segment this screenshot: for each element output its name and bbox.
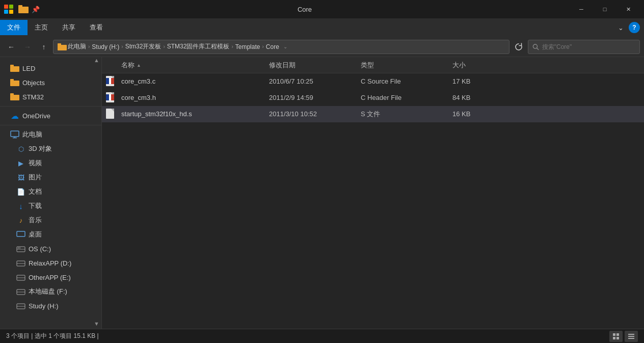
menu-right: ⌄ ? — [614, 21, 644, 34]
svg-rect-2 — [58, 45, 67, 50]
breadcrumb-sep-2: › — [162, 44, 166, 49]
sidebar-item-documents[interactable]: 📄 文档 — [0, 184, 101, 199]
back-button[interactable]: ← — [4, 40, 18, 54]
sidebar-item-otherapp[interactable]: OtherAPP (E:) — [0, 270, 101, 284]
breadcrumb-thispc[interactable]: 此电脑 — [68, 42, 86, 51]
menu-share[interactable]: 共享 — [55, 20, 83, 35]
window-controls: ─ □ ✕ — [570, 0, 640, 18]
svg-rect-12 — [11, 131, 19, 137]
breadcrumb-core[interactable]: Core — [266, 43, 279, 50]
music-icon: ♪ — [16, 216, 25, 225]
sidebar-item-downloads[interactable]: ↓ 下载 — [0, 199, 101, 213]
svg-rect-31 — [616, 337, 619, 339]
folder-icon-stm32 — [10, 92, 19, 101]
s-file-icon — [106, 109, 117, 120]
minimize-button[interactable]: ─ — [570, 0, 593, 18]
menu-home[interactable]: 主页 — [28, 20, 55, 35]
svg-rect-0 — [18, 7, 29, 13]
search-input[interactable] — [542, 43, 635, 50]
breadcrumb-template[interactable]: Template — [235, 43, 260, 50]
breadcrumb-sep-0: › — [87, 44, 91, 49]
details-view-button[interactable] — [625, 331, 638, 342]
sidebar-label-thispc: 此电脑 — [22, 130, 42, 139]
refresh-button[interactable] — [512, 40, 526, 54]
svg-rect-28 — [613, 333, 615, 336]
column-headers: 名称 ▲ 修改日期 类型 大小 — [102, 57, 644, 73]
file-name-core-cm3-c: core_cm3.c — [106, 76, 269, 87]
search-bar[interactable] — [528, 40, 640, 54]
maximize-button[interactable]: □ — [593, 0, 616, 18]
file-row-core-cm3-h[interactable]: core_cm3.h 2011/2/9 14:59 C Header File … — [102, 90, 644, 106]
sidebar-scroll-up[interactable]: ▲ — [94, 57, 99, 63]
sidebar-label-video: 视频 — [29, 159, 42, 168]
drive-icon-f — [16, 287, 25, 296]
svg-rect-32 — [628, 334, 634, 335]
sidebar-item-desktop[interactable]: 桌面 — [0, 227, 101, 242]
sidebar-item-pictures[interactable]: 🖼 图片 — [0, 170, 101, 184]
col-header-date[interactable]: 修改日期 — [269, 61, 361, 70]
address-bar: ← → ↑ 此电脑 › Study (H:) › Stm32开发板 › STM3… — [0, 37, 644, 57]
sidebar-item-music[interactable]: ♪ 音乐 — [0, 213, 101, 227]
up-button[interactable]: ↑ — [37, 40, 51, 54]
col-header-size[interactable]: 大小 — [452, 61, 503, 70]
sidebar-item-study[interactable]: Study (H:) — [0, 299, 101, 313]
sidebar-item-stm32[interactable]: STM32 — [0, 90, 101, 104]
svg-rect-8 — [10, 81, 19, 86]
drive-icon-h — [16, 301, 25, 310]
breadcrumb-study[interactable]: Study (H:) — [92, 43, 119, 50]
sidebar-item-onedrive[interactable]: ☁ OneDrive — [0, 109, 101, 123]
sidebar-label-relaxapp: RelaxAPP (D:) — [29, 259, 71, 267]
close-button[interactable]: ✕ — [616, 0, 640, 18]
sidebar-label-led: LED — [22, 65, 35, 72]
sidebar-label-osc: OS (C:) — [29, 245, 51, 253]
menu-file[interactable]: 文件 — [0, 20, 28, 35]
drive-icon-c — [16, 244, 25, 253]
col-header-name[interactable]: 名称 ▲ — [106, 61, 269, 70]
breadcrumb[interactable]: 此电脑 › Study (H:) › Stm32开发板 › STM32固件库工程… — [53, 40, 509, 54]
sidebar-item-objects[interactable]: Objects — [0, 75, 101, 90]
svg-rect-10 — [10, 95, 19, 100]
menu-view[interactable]: 查看 — [83, 20, 110, 35]
desktop-icon — [16, 230, 25, 239]
sidebar-item-thispc[interactable]: 此电脑 — [0, 127, 101, 142]
svg-rect-30 — [613, 337, 615, 339]
menu-help-button[interactable]: ? — [629, 22, 640, 33]
breadcrumb-firmware[interactable]: STM32固件库工程模板 — [167, 42, 230, 51]
sidebar-item-relaxapp[interactable]: RelaxAPP (D:) — [0, 256, 101, 270]
sidebar-item-localdisk[interactable]: 本地磁盘 (F:) — [0, 284, 101, 299]
menu-chevron-down[interactable]: ⌄ — [614, 21, 627, 34]
sidebar-label-otherapp: OtherAPP (E:) — [29, 274, 71, 281]
sidebar-scroll-down[interactable]: ▼ — [94, 321, 99, 327]
sidebar-item-3d[interactable]: ⬡ 3D 对象 — [0, 142, 101, 156]
video-icon: ▶ — [16, 159, 25, 168]
sidebar-item-led[interactable]: LED — [0, 61, 101, 75]
sidebar-item-video[interactable]: ▶ 视频 — [0, 156, 101, 170]
file-row-core-cm3-c[interactable]: core_cm3.c 2010/6/7 10:25 C Source File … — [102, 73, 644, 90]
file-list: 名称 ▲ 修改日期 类型 大小 — [102, 57, 644, 329]
sidebar-item-osc[interactable]: OS (C:) — [0, 242, 101, 256]
search-icon — [532, 43, 539, 50]
svg-line-5 — [537, 48, 539, 49]
sidebar-label-3d: 3D 对象 — [29, 144, 52, 153]
svg-rect-3 — [58, 43, 61, 45]
list-view-button[interactable] — [609, 331, 623, 342]
file-size-core-cm3-h: 84 KB — [452, 94, 503, 101]
sidebar-label-objects: Objects — [22, 79, 45, 87]
list-view-icon — [612, 333, 620, 340]
title-folder-icon — [18, 5, 29, 13]
col-header-type[interactable]: 类型 — [361, 61, 452, 70]
forward-button[interactable]: → — [20, 40, 35, 54]
onedrive-icon: ☁ — [10, 111, 19, 120]
documents-icon: 📄 — [16, 187, 25, 196]
file-name-text-core-cm3-c: core_cm3.c — [121, 77, 155, 85]
breadcrumb-dropdown[interactable]: ⌄ — [282, 44, 288, 49]
drive-icon-d — [16, 258, 25, 268]
breadcrumb-stm32dev[interactable]: Stm32开发板 — [125, 42, 162, 51]
sidebar-label-music: 音乐 — [29, 216, 42, 225]
title-pin-icon: 📌 — [32, 6, 40, 13]
file-row-startup[interactable]: startup_stm32f10x_hd.s 2011/3/10 10:52 S… — [102, 106, 644, 122]
status-view-buttons — [609, 331, 638, 342]
status-text: 3 个项目 | 选中 1 个项目 15.1 KB | — [6, 332, 609, 340]
details-view-icon — [628, 333, 635, 340]
status-bar: 3 个项目 | 选中 1 个项目 15.1 KB | — [0, 329, 644, 343]
